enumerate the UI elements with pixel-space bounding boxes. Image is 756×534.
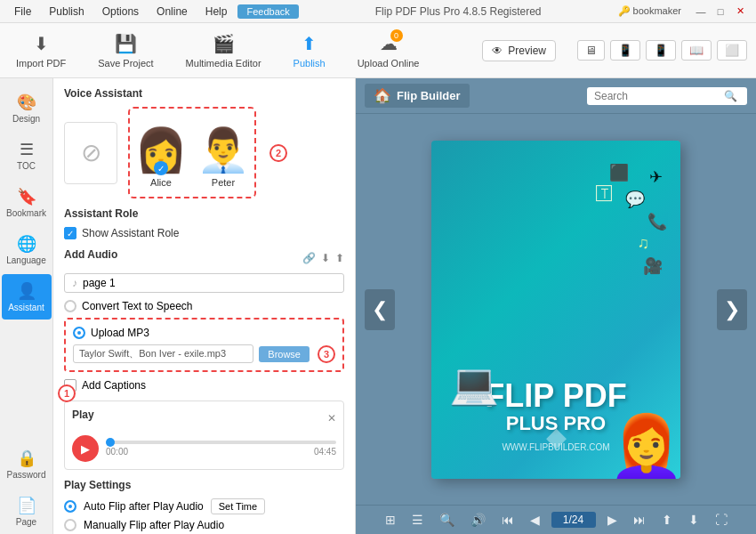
zoom-out-button[interactable]: 🔍: [435, 510, 459, 530]
page-label: Page: [16, 517, 36, 527]
grid-view-button[interactable]: ⊞: [381, 510, 400, 530]
auto-flip-radio[interactable]: [64, 500, 76, 513]
close-button[interactable]: ✕: [731, 3, 749, 20]
show-role-checkbox[interactable]: ✓: [64, 227, 76, 239]
logo-icon: 🏠: [374, 87, 391, 104]
auto-flip-row: Auto Flip after Play Audio Set Time: [64, 498, 344, 514]
menu-options[interactable]: Options: [95, 4, 146, 20]
feedback-button[interactable]: Feedback: [237, 4, 298, 19]
search-input[interactable]: [594, 90, 719, 102]
desktop-view-button[interactable]: 🖥: [577, 40, 605, 61]
progress-bar-container: 00:00 04:45: [106, 441, 336, 457]
convert-tts-radio[interactable]: [64, 300, 76, 312]
no-assistant-option[interactable]: ⊘: [64, 122, 117, 184]
sidebar-item-toc[interactable]: ☰ TOC: [2, 133, 52, 178]
book-title-1: FLIP PDF: [485, 378, 626, 414]
alice-avatar[interactable]: 👩 ✓ Alice: [135, 114, 187, 191]
sidebar-item-design[interactable]: 🎨 Design: [2, 85, 52, 131]
book-page: ✈ 💬 📞 ♫ 🎥 ⬛ 🅃 💻 FLIP PDF PLUS PRO WWW.FL…: [431, 141, 680, 479]
time-row: 00:00 04:45: [106, 447, 336, 457]
preview-area: 🏠 Flip Builder 🔍 ❮ ✈ 💬 📞 ♫ 🎥 ⬛: [356, 78, 756, 534]
manual-flip-radio[interactable]: [64, 519, 76, 531]
nav-next-button[interactable]: ❯: [717, 289, 747, 330]
add-audio-section: Add Audio 🔗 ⬇ ⬆ ♪ page 1 Convert Text to…: [64, 248, 344, 531]
play-header: Play ✕: [72, 409, 336, 428]
toolbar: ⬇ Import PDF 💾 Save Project 🎬 Multimedia…: [0, 23, 756, 78]
close-play-icon[interactable]: ✕: [327, 412, 336, 425]
browse-button[interactable]: Browse: [259, 346, 310, 362]
sidebar-item-bookmark[interactable]: 🔖 Bookmark: [2, 180, 52, 225]
none-icon: ⊘: [81, 138, 101, 167]
sidebar-item-assistant[interactable]: 👤 Assistant: [2, 274, 52, 320]
publish-button[interactable]: ⬆ Publish: [286, 29, 333, 72]
menu-online[interactable]: Online: [149, 4, 195, 20]
audio-down-icon[interactable]: ⬇: [321, 252, 330, 264]
next-page-button[interactable]: ▶: [603, 510, 622, 530]
preview-button[interactable]: 👁 Preview: [482, 40, 556, 61]
import-label: Import PDF: [16, 58, 66, 69]
download-button[interactable]: ⬇: [684, 510, 704, 530]
menu-file[interactable]: File: [7, 4, 38, 20]
play-controls: ▶ 00:00 04:45: [72, 435, 336, 462]
menu-publish[interactable]: Publish: [42, 4, 91, 20]
alice-label: Alice: [139, 177, 183, 188]
tablet-view-button[interactable]: 📱: [610, 40, 640, 61]
save-project-button[interactable]: 💾 Save Project: [91, 29, 160, 72]
maximize-button[interactable]: □: [712, 3, 729, 20]
badge-1-container: 1: [55, 384, 76, 402]
music-icon: ♪: [72, 277, 77, 289]
share-button[interactable]: ⬆: [657, 510, 677, 530]
sound-button[interactable]: 🔊: [466, 510, 490, 530]
t-icon: 🅃: [596, 185, 612, 204]
sidebar-item-page[interactable]: 📄 Page: [2, 489, 52, 534]
list-view-button[interactable]: ☰: [407, 510, 428, 530]
badge-3: 3: [318, 345, 335, 363]
qr-icon: ⬛: [609, 163, 629, 182]
last-page-button[interactable]: ⏭: [629, 510, 650, 530]
multimedia-editor-button[interactable]: 🎬 Multimedia Editor: [179, 29, 269, 72]
auto-flip-label: Auto Flip after Play Audio: [84, 500, 204, 513]
search-box: 🔍: [587, 87, 747, 105]
laptop-icon: 💻: [449, 360, 499, 408]
window-controls: — □ ✕: [692, 3, 749, 20]
assistant-role-section: Assistant Role ✓ Show Assistant Role: [64, 207, 344, 239]
first-page-button[interactable]: ⏮: [497, 510, 519, 530]
username-label: 🔑 bookmaker: [618, 5, 681, 17]
nav-prev-button[interactable]: ❮: [365, 289, 395, 330]
upload-mp3-input-row: Taylor Swift、Bon Iver - exile.mp3 Browse…: [73, 344, 335, 363]
fullscreen-button[interactable]: ⛶: [711, 510, 732, 530]
float-icons: ✈ 💬 📞 ♫ 🎥 ⬛ 🅃: [591, 158, 672, 292]
audio-link-icon[interactable]: 🔗: [302, 252, 316, 264]
upload-online-button[interactable]: ☁ 0 Upload Online: [350, 29, 427, 72]
book-character: 👩‍🦰: [607, 417, 680, 479]
voice-assistant-area: ⊘ 👩 ✓ Alice 👨‍💼 Peter 2: [64, 107, 344, 198]
import-icon: ⬇: [34, 33, 49, 54]
audio-up-icon[interactable]: ⬆: [335, 252, 344, 264]
upload-badge-container: ☁ 0: [380, 33, 398, 54]
video-icon: 🎥: [643, 256, 663, 276]
show-role-row: ✓ Show Assistant Role: [64, 227, 344, 239]
book-view-button[interactable]: 📖: [681, 40, 712, 61]
progress-knob[interactable]: [106, 438, 115, 447]
set-time-button[interactable]: Set Time: [211, 498, 265, 514]
sidebar-item-language[interactable]: 🌐 Language: [2, 227, 52, 272]
upload-label: Upload Online: [358, 58, 420, 69]
menu-help[interactable]: Help: [198, 4, 235, 20]
minimize-button[interactable]: —: [692, 3, 710, 20]
play-button[interactable]: ▶: [72, 435, 99, 462]
design-label: Design: [12, 114, 40, 124]
import-pdf-button[interactable]: ⬇ Import PDF: [9, 29, 73, 72]
wide-view-button[interactable]: ⬜: [717, 40, 747, 61]
flip-builder-logo: 🏠 Flip Builder: [365, 84, 470, 108]
phone-view-button[interactable]: 📱: [646, 40, 676, 61]
publish-label: Publish: [294, 58, 326, 69]
multimedia-label: Multimedia Editor: [186, 58, 261, 69]
peter-avatar[interactable]: 👨‍💼 Peter: [197, 114, 249, 191]
sidebar-item-password[interactable]: 🔒 Password: [2, 441, 52, 487]
upload-mp3-radio[interactable]: [73, 327, 85, 339]
prev-page-button[interactable]: ◀: [526, 510, 544, 530]
bottom-bar: ⊞ ☰ 🔍 🔊 ⏮ ◀ 1/24 ▶ ⏭ ⬆ ⬇ ⛶: [356, 505, 756, 534]
sidebar: 🎨 Design ☰ TOC 🔖 Bookmark 🌐 Language 👤 A…: [0, 78, 53, 534]
convert-tts-row[interactable]: Convert Text to Speech: [64, 300, 344, 312]
progress-bar[interactable]: [106, 441, 336, 444]
